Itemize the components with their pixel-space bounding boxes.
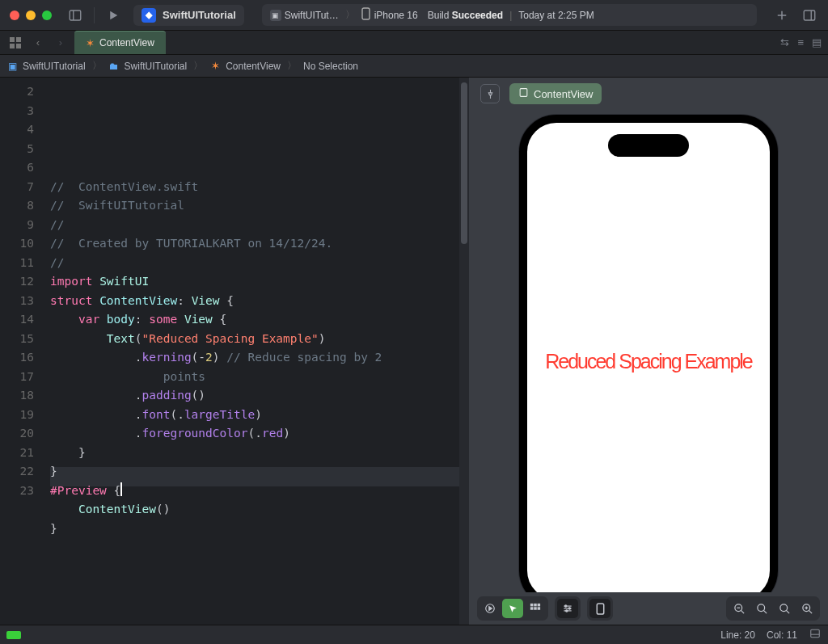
zoom-fit-button[interactable]	[751, 599, 772, 618]
live-preview-button[interactable]	[479, 599, 501, 618]
code-line[interactable]: }	[50, 444, 459, 463]
forward-button[interactable]: ›	[52, 34, 70, 52]
code-line[interactable]: import SwiftUI	[50, 272, 459, 292]
code-line[interactable]: ContentView()	[50, 500, 459, 520]
crumb-folder[interactable]: 🖿 SwiftUITutorial	[108, 60, 188, 72]
code-line[interactable]: var body: some View {	[50, 310, 459, 330]
variants-button[interactable]	[525, 599, 546, 618]
line-gutter: 234567891011121314151617181920212223	[0, 78, 45, 625]
zoom-controls	[726, 596, 820, 621]
status-indicator[interactable]	[6, 631, 21, 639]
zoom-in-button[interactable]	[796, 599, 817, 618]
code-line[interactable]: .kerning(-2) // Reduce spacing by 2	[50, 348, 459, 368]
preview-selector[interactable]: ContentView	[509, 83, 602, 104]
svg-rect-18	[538, 607, 541, 610]
device-chooser-button[interactable]	[589, 599, 610, 618]
line-number: 4	[0, 120, 34, 140]
svg-rect-0	[70, 11, 81, 20]
status-panel-icon[interactable]	[809, 628, 822, 642]
chevron-right-icon: 〉	[92, 59, 102, 73]
preview-rendered-text: Reduced Spacing Example	[545, 350, 752, 373]
code-line[interactable]: }	[50, 462, 459, 482]
run-button[interactable]	[104, 6, 122, 24]
code-line[interactable]: .padding()	[50, 386, 459, 406]
scrollbar-thumb[interactable]	[461, 82, 467, 244]
zoom-out-button[interactable]	[729, 599, 750, 618]
back-button[interactable]: ‹	[29, 34, 47, 52]
code-line[interactable]: // SwiftUITutorial	[50, 196, 459, 216]
code-line[interactable]: }	[50, 520, 459, 539]
refresh-icon[interactable]: ⇆	[780, 36, 789, 48]
code-line[interactable]: points	[50, 368, 459, 387]
minimap-icon[interactable]: ▤	[812, 36, 822, 48]
adjust-icon[interactable]: ≡	[797, 36, 804, 48]
code-line[interactable]: //	[50, 254, 459, 273]
line-number: 12	[0, 272, 34, 292]
line-number: 9	[0, 216, 34, 235]
text-cursor	[120, 482, 122, 496]
code-line[interactable]: .foregroundColor(.red)	[50, 424, 459, 444]
zoom-actual-button[interactable]	[774, 599, 795, 618]
canvas-preview: ContentView Reduced Spacing Example	[469, 78, 828, 625]
code-line[interactable]: .font(.largeTitle)	[50, 406, 459, 425]
preview-toolbar: ContentView	[469, 78, 828, 110]
titlebar-right	[773, 6, 818, 24]
crumb-selection[interactable]: No Selection	[303, 61, 358, 72]
tab-active[interactable]: ✶ ContentView	[74, 31, 166, 54]
navigator-toggle-icon[interactable]	[66, 6, 84, 24]
pin-preview-button[interactable]	[480, 84, 500, 103]
svg-line-32	[786, 610, 789, 613]
breadcrumb[interactable]: ▣ SwiftUITutorial 〉 🖿 SwiftUITutorial 〉 …	[0, 55, 828, 78]
code-line[interactable]: //	[50, 216, 459, 235]
iphone-icon	[361, 7, 370, 23]
code-content[interactable]: // ContentView.swift// SwiftUITutorial//…	[45, 78, 459, 625]
library-toggle-icon[interactable]	[801, 6, 818, 24]
svg-rect-15	[538, 604, 541, 607]
code-line[interactable]: // ContentView.swift	[50, 178, 459, 197]
selectable-preview-button[interactable]	[502, 599, 523, 618]
code-line[interactable]: #Preview {	[50, 482, 459, 501]
device-settings-button[interactable]	[557, 599, 578, 618]
line-number: 20	[0, 424, 34, 444]
scheme-selector[interactable]: ◆ SwiftUITutorial	[133, 5, 244, 26]
line-number: 8	[0, 196, 34, 216]
dynamic-island	[608, 134, 689, 157]
crumb-project[interactable]: ▣ SwiftUITutorial	[6, 60, 86, 72]
preview-canvas[interactable]: Reduced Spacing Example	[469, 110, 828, 592]
line-number: 10	[0, 234, 34, 254]
code-editor[interactable]: 234567891011121314151617181920212223 // …	[0, 78, 469, 625]
preview-chip-label: ContentView	[534, 88, 593, 100]
code-line[interactable]: Text("Reduced Spacing Example")	[50, 330, 459, 349]
crumb-file[interactable]: ✶ ContentView	[209, 60, 281, 72]
minimize-window-button[interactable]	[26, 11, 36, 20]
zoom-window-button[interactable]	[42, 11, 52, 20]
line-number: 16	[0, 348, 34, 368]
svg-point-29	[757, 604, 764, 611]
line-number: 13	[0, 292, 34, 311]
svg-line-27	[741, 610, 744, 613]
device-chip: iPhone 16	[361, 7, 418, 23]
related-items-icon[interactable]	[6, 34, 24, 52]
svg-rect-14	[534, 604, 537, 607]
chevron-right-icon: 〉	[287, 59, 297, 73]
tab-label: ContentView	[99, 37, 154, 48]
code-line[interactable]: // Created by TUTORIALKART on 14/12/24.	[50, 234, 459, 254]
scheme-name: SwiftUITutorial	[163, 9, 236, 21]
line-number: 22	[0, 462, 34, 482]
close-window-button[interactable]	[10, 11, 19, 20]
line-number: 18	[0, 386, 34, 406]
line-number: 19	[0, 406, 34, 425]
svg-rect-2	[362, 8, 370, 19]
line-number: 5	[0, 140, 34, 159]
svg-point-23	[568, 608, 570, 609]
activity-bar[interactable]: ▣ SwiftUITut… 〉 iPhone 16 Build Succeede…	[262, 4, 757, 26]
scrollbar[interactable]	[459, 78, 469, 625]
preview-bottom-toolbar	[469, 592, 828, 625]
svg-line-30	[763, 610, 767, 613]
svg-rect-8	[16, 37, 21, 42]
line-number: 6	[0, 158, 34, 178]
add-button[interactable]	[773, 6, 791, 24]
svg-rect-25	[597, 603, 603, 613]
build-time: Today at 2:25 PM	[518, 10, 594, 21]
code-line[interactable]: struct ContentView: View {	[50, 292, 459, 311]
